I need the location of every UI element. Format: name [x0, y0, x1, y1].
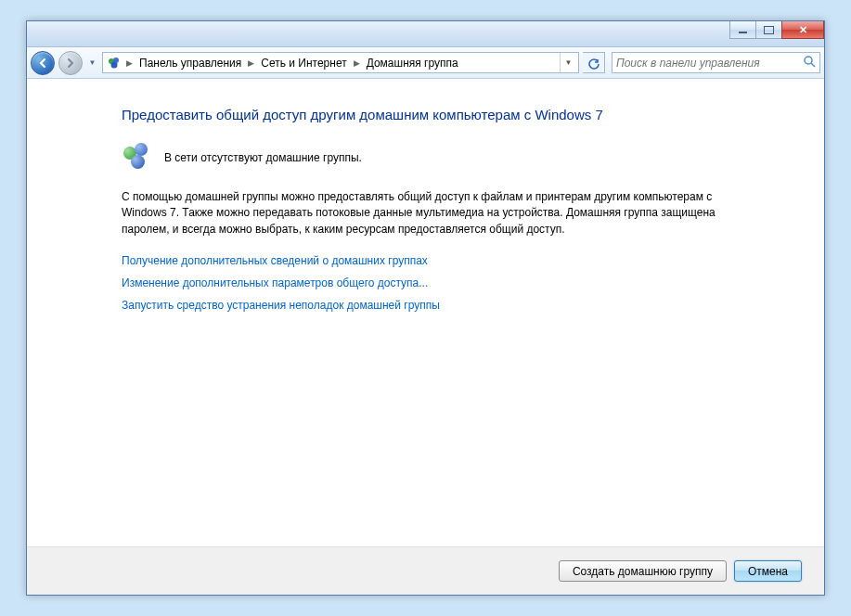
navigation-bar: ▼ ▶ Панель управления ▶ Сеть и Интернет …: [27, 47, 824, 79]
footer: Создать домашнюю группу Отмена: [27, 546, 824, 595]
search-box[interactable]: [612, 52, 820, 73]
address-dropdown[interactable]: ▼: [560, 53, 576, 72]
search-input[interactable]: [616, 57, 804, 70]
svg-point-2: [111, 61, 118, 68]
minimize-button[interactable]: [729, 21, 756, 39]
homegroup-large-icon: [122, 143, 151, 173]
titlebar: [27, 21, 824, 47]
link-advanced-sharing[interactable]: Изменение дополнительных параметров обще…: [122, 276, 729, 289]
svg-point-3: [805, 57, 812, 64]
chevron-right-icon: ▶: [123, 58, 135, 68]
link-troubleshoot[interactable]: Запустить средство устранения неполадок …: [122, 299, 729, 312]
breadcrumb-item[interactable]: Панель управления: [135, 57, 245, 70]
homegroup-icon: [107, 56, 122, 71]
cancel-button[interactable]: Отмена: [734, 560, 802, 582]
page-heading: Предоставить общий доступ другим домашни…: [122, 107, 729, 122]
back-button[interactable]: [31, 51, 55, 75]
breadcrumb-item[interactable]: Сеть и Интернет: [257, 57, 350, 70]
description-text: С помощью домашней группы можно предоста…: [122, 189, 729, 237]
chevron-right-icon: ▶: [245, 58, 257, 68]
create-homegroup-button[interactable]: Создать домашнюю группу: [559, 560, 727, 582]
refresh-button[interactable]: [583, 52, 605, 73]
chevron-right-icon: ▶: [351, 58, 363, 68]
svg-line-4: [811, 63, 815, 67]
breadcrumb-item[interactable]: Домашняя группа: [363, 57, 462, 70]
content-area: Предоставить общий доступ другим домашни…: [27, 79, 824, 546]
close-button[interactable]: [781, 21, 824, 39]
search-icon: [804, 56, 816, 71]
status-text: В сети отсутствуют домашние группы.: [164, 151, 362, 164]
history-dropdown[interactable]: ▼: [86, 52, 98, 74]
control-panel-window: ▼ ▶ Панель управления ▶ Сеть и Интернет …: [26, 20, 825, 596]
link-more-info[interactable]: Получение дополнительных сведений о дома…: [122, 254, 729, 267]
address-bar[interactable]: ▶ Панель управления ▶ Сеть и Интернет ▶ …: [102, 52, 579, 73]
forward-button[interactable]: [58, 51, 83, 75]
maximize-button[interactable]: [755, 21, 782, 39]
